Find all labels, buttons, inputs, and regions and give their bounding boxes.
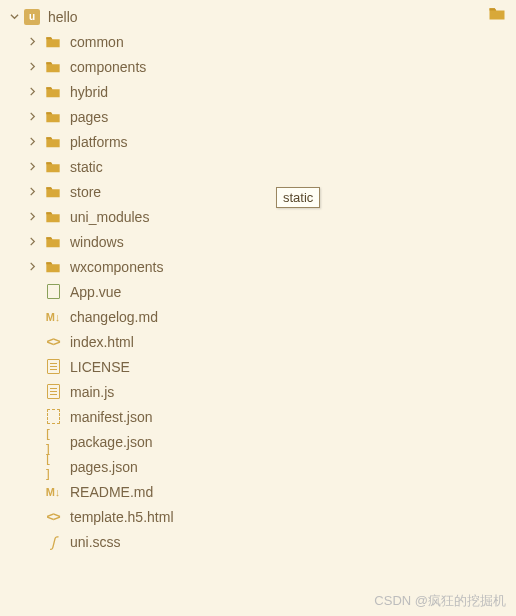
file-label: pages.json bbox=[70, 459, 138, 475]
folder-icon bbox=[44, 33, 62, 51]
tree-folder[interactable]: wxcomponents bbox=[0, 254, 516, 279]
watermark: CSDN @疯狂的挖掘机 bbox=[374, 592, 506, 610]
folder-label: static bbox=[70, 159, 103, 175]
chevron-down-icon bbox=[8, 12, 20, 21]
tree-file[interactable]: ·App.vue bbox=[0, 279, 516, 304]
json-file-icon: [ ] bbox=[44, 433, 62, 451]
document-file-icon bbox=[44, 383, 62, 401]
tree-file[interactable]: ·manifest.json bbox=[0, 404, 516, 429]
folder-icon bbox=[44, 58, 62, 76]
folder-icon bbox=[44, 233, 62, 251]
chevron-right-icon bbox=[26, 212, 38, 221]
tree-folder[interactable]: pages bbox=[0, 104, 516, 129]
chevron-right-icon bbox=[26, 37, 38, 46]
tree-root[interactable]: u hello bbox=[0, 4, 516, 29]
folder-icon bbox=[44, 208, 62, 226]
vue-file-icon bbox=[44, 283, 62, 301]
folder-label: store bbox=[70, 184, 101, 200]
root-label: hello bbox=[48, 9, 78, 25]
chevron-right-icon bbox=[26, 87, 38, 96]
chevron-right-icon bbox=[26, 237, 38, 246]
chevron-right-icon bbox=[26, 62, 38, 71]
project-icon: u bbox=[24, 9, 40, 25]
tree-file[interactable]: ·ʃuni.scss bbox=[0, 529, 516, 554]
document-file-icon bbox=[44, 358, 62, 376]
file-label: App.vue bbox=[70, 284, 121, 300]
tree-file[interactable]: ·<>template.h5.html bbox=[0, 504, 516, 529]
folder-label: windows bbox=[70, 234, 124, 250]
scss-file-icon: ʃ bbox=[44, 533, 62, 551]
tree-folder[interactable]: uni_modules bbox=[0, 204, 516, 229]
folder-label: uni_modules bbox=[70, 209, 149, 225]
manifest-file-icon bbox=[44, 408, 62, 426]
chevron-right-icon bbox=[26, 137, 38, 146]
html-file-icon: <> bbox=[44, 508, 62, 526]
html-file-icon: <> bbox=[44, 333, 62, 351]
root-folder-indicator-icon bbox=[488, 6, 506, 24]
file-label: package.json bbox=[70, 434, 153, 450]
tree-folder[interactable]: platforms bbox=[0, 129, 516, 154]
tree-folder[interactable]: hybrid bbox=[0, 79, 516, 104]
folder-label: components bbox=[70, 59, 146, 75]
chevron-right-icon bbox=[26, 262, 38, 271]
folder-icon bbox=[44, 83, 62, 101]
tree-file[interactable]: ·<>index.html bbox=[0, 329, 516, 354]
tree-file[interactable]: ·[ ]pages.json bbox=[0, 454, 516, 479]
folder-label: wxcomponents bbox=[70, 259, 163, 275]
tree-folder[interactable]: common bbox=[0, 29, 516, 54]
folder-label: hybrid bbox=[70, 84, 108, 100]
tree-file[interactable]: ·[ ]package.json bbox=[0, 429, 516, 454]
folder-label: common bbox=[70, 34, 124, 50]
folder-icon bbox=[44, 108, 62, 126]
tree-folder[interactable]: static bbox=[0, 154, 516, 179]
folder-icon bbox=[44, 183, 62, 201]
folder-icon bbox=[44, 133, 62, 151]
file-label: main.js bbox=[70, 384, 114, 400]
tree-folder[interactable]: store bbox=[0, 179, 516, 204]
tree-folder[interactable]: components bbox=[0, 54, 516, 79]
chevron-right-icon bbox=[26, 112, 38, 121]
tree-file[interactable]: ·main.js bbox=[0, 379, 516, 404]
tree-file[interactable]: ·M↓README.md bbox=[0, 479, 516, 504]
markdown-file-icon: M↓ bbox=[44, 308, 62, 326]
file-label: README.md bbox=[70, 484, 153, 500]
file-label: template.h5.html bbox=[70, 509, 174, 525]
file-label: index.html bbox=[70, 334, 134, 350]
tree-folder[interactable]: windows bbox=[0, 229, 516, 254]
file-label: manifest.json bbox=[70, 409, 152, 425]
file-tree: u hello commoncomponentshybridpagesplatf… bbox=[0, 0, 516, 558]
chevron-right-icon bbox=[26, 187, 38, 196]
markdown-file-icon: M↓ bbox=[44, 483, 62, 501]
chevron-right-icon bbox=[26, 162, 38, 171]
folder-icon bbox=[44, 258, 62, 276]
folder-label: platforms bbox=[70, 134, 128, 150]
hover-tooltip: static bbox=[276, 187, 320, 208]
file-label: LICENSE bbox=[70, 359, 130, 375]
folder-icon bbox=[44, 158, 62, 176]
json-file-icon: [ ] bbox=[44, 458, 62, 476]
file-label: changelog.md bbox=[70, 309, 158, 325]
file-label: uni.scss bbox=[70, 534, 121, 550]
folder-label: pages bbox=[70, 109, 108, 125]
tree-file[interactable]: ·LICENSE bbox=[0, 354, 516, 379]
tree-file[interactable]: ·M↓changelog.md bbox=[0, 304, 516, 329]
